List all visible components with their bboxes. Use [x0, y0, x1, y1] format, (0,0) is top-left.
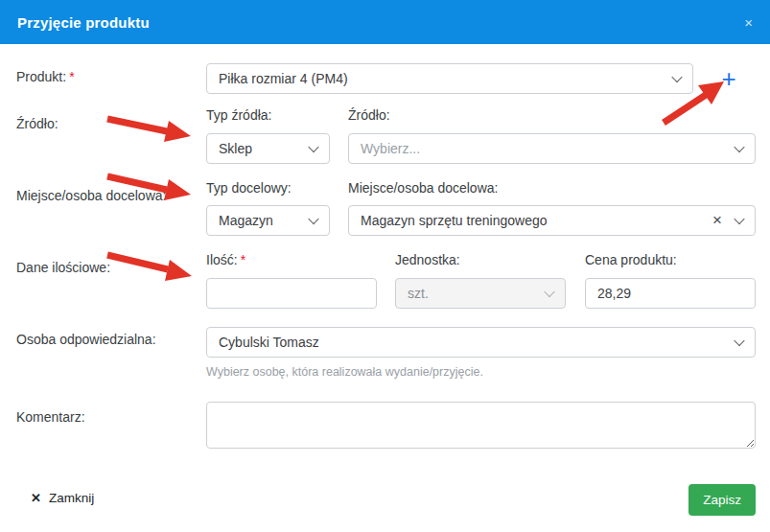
clear-icon[interactable]: × [712, 212, 722, 228]
miejsce-row-label: Miejsce/osoba docelowa:* [16, 188, 175, 203]
miejsce-label-text: Miejsce/osoba docelowa: [16, 188, 166, 203]
ilosc-label: Ilość:* [206, 252, 245, 267]
zrodlo-select-label: Źródło: [348, 107, 390, 123]
komentarz-textarea[interactable] [206, 402, 756, 449]
zamknij-label: Zamknij [49, 491, 94, 505]
add-product-button[interactable]: + [714, 64, 743, 93]
chevron-down-icon [308, 214, 318, 224]
produkt-label-text: Produkt: [16, 69, 66, 84]
required-asterisk: * [69, 69, 74, 84]
jednostka-select-value: szt. [408, 286, 429, 301]
cena-input[interactable] [585, 278, 756, 309]
produkt-select-value: Piłka rozmiar 4 (PM4) [219, 71, 348, 86]
modal-header: Przyjęcie produktu × [0, 0, 770, 44]
zrodlo-select-placeholder: Wybierz... [361, 141, 420, 156]
zrodlo-select[interactable]: Wybierz... [348, 133, 756, 164]
zamknij-button[interactable]: ✕ Zamknij [31, 491, 94, 505]
required-asterisk: * [169, 188, 174, 203]
miejsce-select[interactable]: Magazyn sprzętu treningowego × [348, 205, 756, 236]
required-asterisk: * [241, 252, 245, 267]
miejsce-select-label: Miejsce/osoba docelowa: [348, 180, 498, 196]
typ-docelowy-select-value: Magazyn [219, 213, 273, 228]
miejsce-select-value: Magazyn sprzętu treningowego [361, 213, 548, 228]
jednostka-select: szt. [395, 278, 566, 309]
osoba-select[interactable]: Cybulski Tomasz [206, 327, 756, 358]
typ-zrodla-select-value: Sklep [219, 141, 252, 156]
close-icon[interactable]: × [744, 15, 753, 30]
arrow-to-ilosc [107, 255, 192, 281]
chevron-down-icon [734, 214, 744, 224]
przyjecie-produktu-modal: Przyjęcie produktu × Produkt:* Piłka roz… [0, 0, 770, 532]
cena-label: Cena produktu: [585, 252, 677, 267]
modal-title: Przyjęcie produktu [17, 14, 150, 31]
typ-docelowy-select[interactable]: Magazyn [206, 205, 330, 236]
osoba-row-label: Osoba odpowiedzialna: [16, 332, 156, 347]
typ-zrodla-select[interactable]: Sklep [206, 133, 330, 164]
zrodlo-row-label: Źródło: [16, 116, 58, 131]
jednostka-label: Jednostka: [395, 252, 460, 267]
produkt-row-label: Produkt:* [16, 69, 75, 84]
ilosc-label-text: Ilość: [206, 252, 238, 267]
komentarz-row-label: Komentarz: [16, 409, 85, 425]
typ-docelowy-label: Typ docelowy: [206, 180, 292, 196]
typ-zrodla-label: Typ źródła: [206, 107, 271, 123]
chevron-down-icon [671, 72, 682, 82]
chevron-down-icon [544, 287, 554, 297]
dane-row-label: Dane ilościowe: [16, 260, 110, 275]
chevron-down-icon [734, 335, 744, 346]
close-x-icon: ✕ [31, 491, 41, 505]
chevron-down-icon [308, 142, 318, 152]
osoba-helper-text: Wybierz osobę, która realizowała wydanie… [206, 365, 483, 379]
arrow-to-typ-zrodla [107, 119, 191, 142]
osoba-select-value: Cybulski Tomasz [219, 335, 319, 350]
ilosc-input[interactable] [206, 278, 377, 309]
zapisz-button[interactable]: Zapisz [688, 484, 756, 516]
chevron-down-icon [734, 142, 744, 152]
produkt-select[interactable]: Piłka rozmiar 4 (PM4) [206, 63, 693, 94]
